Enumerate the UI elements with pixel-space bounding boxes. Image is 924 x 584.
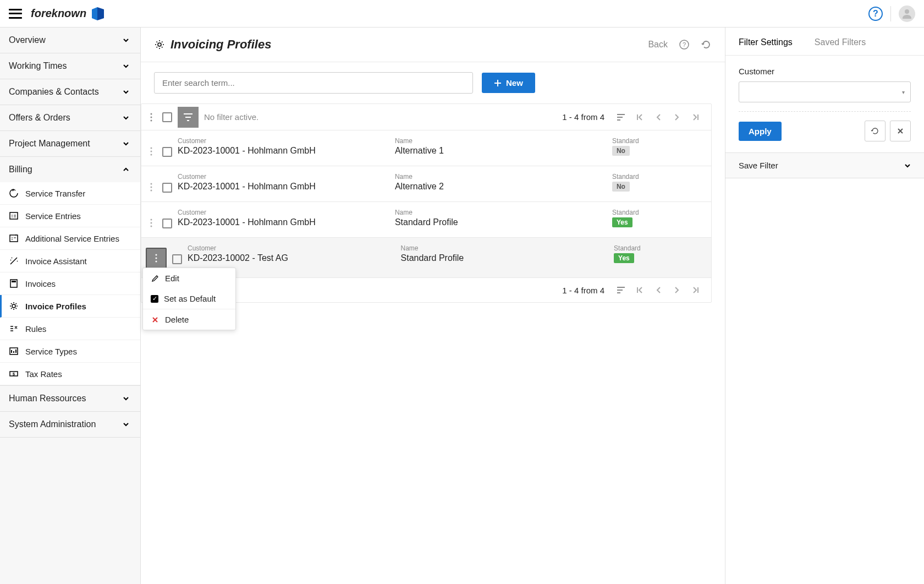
calculator-icon (9, 279, 19, 288)
brand: foreknown (31, 7, 105, 20)
filter-button[interactable] (178, 107, 199, 128)
sidebar-section-working-times[interactable]: Working Times (0, 53, 140, 79)
next-page-icon[interactable] (670, 283, 684, 297)
list-row[interactable]: CustomerKD-2023-10001 - Hohlmann GmbH Na… (141, 166, 711, 202)
row-checkbox[interactable] (162, 147, 172, 157)
svg-point-2 (905, 9, 909, 14)
pagination-text-bottom: 1 - 4 from 4 (562, 286, 604, 295)
sidebar-section-billing[interactable]: Billing (0, 157, 140, 182)
list-kebab-icon[interactable] (146, 108, 157, 126)
list-row[interactable]: CustomerKD-2023-10001 - Hohlmann GmbH Na… (141, 130, 711, 166)
search-input[interactable] (154, 72, 473, 94)
tab-saved-filters[interactable]: Saved Filters (815, 37, 866, 47)
chevron-down-icon (123, 395, 129, 402)
svg-point-20 (151, 183, 152, 185)
prev-page-icon[interactable] (652, 283, 665, 297)
help-circle-icon[interactable]: ? (679, 39, 690, 50)
sidebar-item-additional-entries[interactable]: Additional Service Entries (0, 227, 140, 250)
col-label-customer: Customer (188, 244, 394, 252)
svg-point-14 (151, 113, 152, 114)
sidebar-section-project-mgmt[interactable]: Project Management (0, 131, 140, 156)
apply-button[interactable]: Apply (739, 122, 782, 141)
context-edit[interactable]: Edit (143, 268, 235, 288)
chevron-down-icon (123, 63, 129, 69)
prev-page-icon[interactable] (652, 111, 665, 124)
status-badge: Yes (614, 253, 634, 263)
filter-status-text: No filter active. (204, 112, 258, 122)
row-kebab-icon[interactable] (146, 137, 157, 156)
sidebar-section-sysadmin[interactable]: System Administration (0, 412, 140, 437)
list-row[interactable]: CustomerKD-2023-10002 - Test AG NameStan… (141, 238, 711, 278)
select-all-checkbox[interactable] (162, 112, 172, 122)
col-value-name: Alternative 2 (395, 182, 606, 192)
checkbox-checked-icon: ✓ (151, 295, 158, 303)
brand-logo-icon (90, 7, 105, 20)
svg-point-17 (151, 148, 152, 149)
filter-customer-label: Customer (739, 67, 911, 76)
sidebar-item-invoice-profiles[interactable]: Invoice Profiles (0, 295, 140, 318)
first-page-icon[interactable] (633, 283, 646, 297)
sort-icon[interactable] (614, 111, 628, 124)
pagination-text: 1 - 4 from 4 (562, 112, 604, 122)
svg-rect-4 (10, 235, 18, 242)
save-filter-toggle[interactable]: Save Filter (725, 153, 924, 178)
refresh-icon[interactable] (701, 39, 712, 50)
next-page-icon[interactable] (670, 111, 684, 124)
col-label-standard: Standard (612, 173, 702, 181)
new-button[interactable]: New (482, 73, 535, 93)
entries-plus-icon (9, 233, 19, 243)
sort-icon[interactable] (614, 283, 628, 297)
svg-point-11 (158, 43, 161, 46)
row-checkbox[interactable] (172, 254, 182, 264)
clear-filter-icon[interactable] (890, 121, 911, 141)
reset-filter-icon[interactable] (865, 121, 886, 141)
svg-point-27 (156, 258, 157, 259)
menu-toggle-icon[interactable] (9, 9, 22, 19)
context-set-default[interactable]: ✓Set as Default (143, 288, 235, 309)
user-avatar[interactable] (899, 6, 915, 22)
row-kebab-icon[interactable] (146, 209, 157, 227)
sidebar-item-service-entries[interactable]: Service Entries (0, 205, 140, 227)
divider (890, 6, 891, 21)
last-page-icon[interactable] (689, 111, 702, 124)
wand-icon (9, 256, 19, 266)
svg-point-7 (12, 304, 15, 308)
close-icon (151, 315, 160, 324)
context-menu: Edit ✓Set as Default Delete (142, 268, 236, 330)
sidebar-item-tax-rates[interactable]: $Tax Rates (0, 363, 140, 385)
svg-point-22 (151, 190, 152, 192)
col-label-name: Name (401, 244, 608, 252)
sidebar-item-invoices[interactable]: Invoices (0, 272, 140, 295)
help-icon[interactable]: ? (868, 7, 883, 21)
sidebar-section-overview[interactable]: Overview (0, 28, 140, 53)
sidebar-section-offers[interactable]: Offers & Orders (0, 105, 140, 130)
svg-point-15 (151, 116, 152, 118)
sidebar-section-hr[interactable]: Human Ressources (0, 386, 140, 411)
svg-point-19 (151, 154, 152, 156)
first-page-icon[interactable] (633, 111, 646, 124)
pencil-icon (151, 274, 160, 283)
col-value-name: Standard Profile (401, 253, 608, 263)
col-label-standard: Standard (614, 244, 702, 252)
last-page-icon[interactable] (689, 283, 702, 297)
list-row[interactable]: CustomerKD-2023-10001 - Hohlmann GmbH Na… (141, 202, 711, 238)
row-checkbox[interactable] (162, 183, 172, 193)
sidebar-section-companies[interactable]: Companies & Contacts (0, 79, 140, 105)
sidebar-item-service-types[interactable]: Service Types (0, 340, 140, 363)
plus-icon (494, 79, 502, 87)
sidebar-item-rules[interactable]: Rules (0, 318, 140, 340)
filter-customer-select[interactable] (739, 81, 911, 102)
context-delete[interactable]: Delete (143, 309, 235, 330)
sidebar-item-service-transfer[interactable]: Service Transfer (0, 182, 140, 205)
svg-marker-1 (97, 7, 104, 20)
svg-text:$: $ (13, 372, 15, 376)
col-label-standard: Standard (612, 137, 702, 145)
sidebar-item-invoice-assistant[interactable]: Invoice Assistant (0, 250, 140, 272)
col-label-name: Name (395, 137, 606, 145)
row-kebab-icon[interactable] (146, 248, 167, 269)
rules-icon (9, 324, 19, 334)
tab-filter-settings[interactable]: Filter Settings (739, 37, 793, 47)
row-checkbox[interactable] (162, 219, 172, 228)
back-link[interactable]: Back (648, 40, 668, 50)
row-kebab-icon[interactable] (146, 173, 157, 192)
